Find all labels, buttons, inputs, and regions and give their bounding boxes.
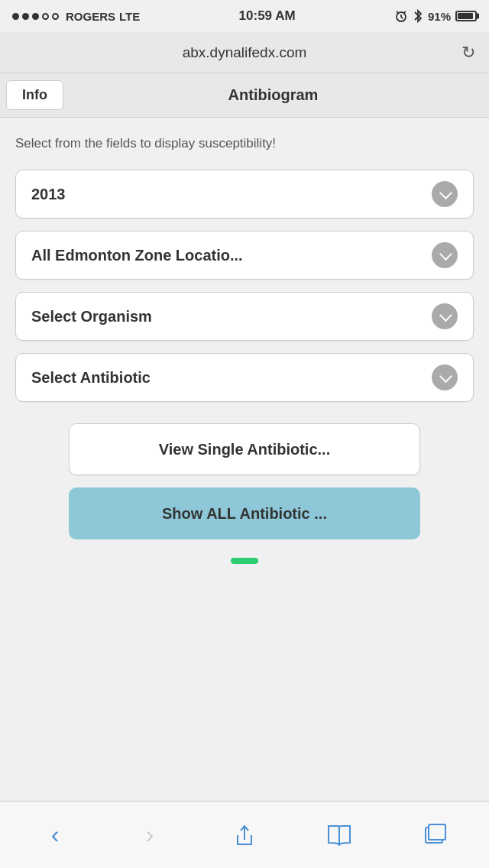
network-type-label: LTE — [119, 10, 140, 23]
antibiotic-dropdown[interactable]: Select Antibiotic — [15, 353, 474, 402]
book-icon — [325, 823, 353, 847]
battery-icon — [455, 11, 477, 21]
back-button[interactable]: ‹ — [17, 812, 93, 858]
tab-antibiogram[interactable]: Antibiogram — [63, 86, 483, 104]
organism-dropdown[interactable]: Select Organism — [15, 292, 474, 341]
share-button[interactable] — [206, 812, 283, 858]
battery-fill — [458, 13, 473, 19]
signal-dots — [12, 13, 59, 20]
action-buttons: View Single Antibiotic... Show ALL Antib… — [15, 423, 474, 539]
show-all-button[interactable]: Show ALL Antibiotic ... — [69, 487, 420, 539]
tabs-button[interactable] — [396, 812, 472, 858]
battery-percent: 91% — [428, 10, 451, 23]
bottom-nav: ‹ › — [0, 801, 489, 868]
address-bar: abx.dynalifedx.com ↻ — [0, 32, 489, 73]
year-dropdown-label: 2013 — [31, 186, 66, 203]
signal-dot-1 — [12, 13, 19, 20]
forward-icon: › — [146, 821, 154, 849]
reload-button[interactable]: ↻ — [461, 43, 475, 63]
alarm-icon — [394, 9, 408, 23]
signal-dot-2 — [22, 13, 29, 20]
svg-line-1 — [397, 11, 399, 14]
status-right: 91% — [394, 9, 477, 23]
share-icon — [233, 821, 256, 849]
bookmarks-button[interactable] — [301, 812, 377, 858]
signal-dot-3 — [32, 13, 39, 20]
tabs-icon — [421, 823, 447, 847]
scroll-indicator — [15, 558, 474, 570]
tab-info[interactable]: Info — [6, 80, 63, 110]
carrier-label: ROGERS — [66, 10, 115, 23]
status-time: 10:59 AM — [239, 8, 296, 24]
svg-rect-5 — [429, 824, 445, 840]
antibiotic-dropdown-label: Select Antibiotic — [31, 369, 151, 387]
year-dropdown[interactable]: 2013 — [15, 170, 474, 219]
location-chevron-icon — [432, 242, 458, 268]
tab-bar: Info Antibiogram — [0, 73, 489, 118]
back-icon: ‹ — [51, 821, 60, 849]
location-dropdown-label: All Edmonton Zone Locatio... — [31, 247, 243, 264]
bluetooth-icon — [413, 9, 423, 23]
antibiotic-chevron-icon — [432, 364, 458, 390]
view-single-button[interactable]: View Single Antibiotic... — [69, 423, 420, 475]
instruction-text: Select from the fields to display suscep… — [15, 136, 474, 151]
signal-dot-5 — [52, 13, 59, 20]
forward-button[interactable]: › — [112, 812, 188, 858]
organism-chevron-icon — [432, 303, 458, 329]
signal-dot-4 — [42, 13, 49, 20]
year-chevron-icon — [432, 181, 458, 207]
svg-line-2 — [403, 11, 406, 14]
status-bar: ROGERS LTE 10:59 AM 91% — [0, 0, 489, 32]
status-left: ROGERS LTE — [12, 10, 140, 23]
location-dropdown[interactable]: All Edmonton Zone Locatio... — [15, 231, 474, 280]
scroll-dot — [231, 558, 258, 564]
main-content: Select from the fields to display suscep… — [0, 118, 489, 585]
organism-dropdown-label: Select Organism — [31, 308, 152, 326]
url-display: abx.dynalifedx.com — [183, 44, 307, 61]
